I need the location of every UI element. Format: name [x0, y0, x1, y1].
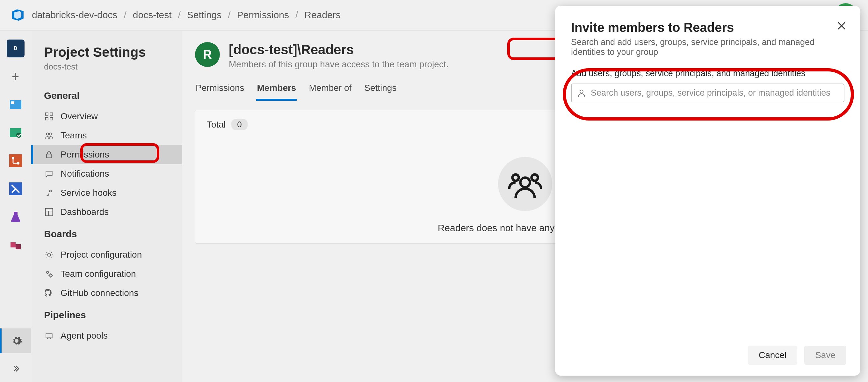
svg-point-19	[48, 253, 51, 256]
svg-rect-1	[11, 101, 14, 104]
sidebar-subtitle: docs-test	[31, 60, 182, 83]
svg-point-14	[46, 133, 49, 135]
total-label: Total	[207, 120, 226, 130]
invite-dialog: Invite members to Readers Search and add…	[555, 6, 860, 376]
rail-settings-icon[interactable]	[0, 328, 31, 353]
identity-search-field[interactable]	[571, 84, 844, 102]
svg-point-25	[513, 174, 519, 181]
sidebar-item-notifications[interactable]: Notifications	[31, 164, 182, 183]
rail-test-icon[interactable]	[7, 124, 25, 142]
identity-search-input[interactable]	[591, 88, 838, 98]
sidebar-item-overview[interactable]: Overview	[31, 107, 182, 126]
svg-rect-4	[9, 154, 22, 167]
svg-rect-13	[50, 117, 53, 120]
svg-point-20	[46, 271, 49, 273]
agent-icon	[44, 331, 54, 341]
svg-rect-11	[50, 113, 53, 115]
sidebar-item-permissions[interactable]: Permissions	[31, 145, 182, 164]
svg-rect-16	[46, 154, 52, 157]
sidebar-item-project-config[interactable]: Project configuration	[31, 245, 182, 264]
crumb-project[interactable]: docs-test	[133, 9, 172, 21]
total-count: 0	[231, 119, 247, 130]
sidebar-item-service-hooks[interactable]: Service hooks	[31, 183, 182, 203]
svg-point-24	[520, 178, 530, 187]
tab-members[interactable]: Members	[256, 80, 297, 101]
svg-point-21	[50, 274, 52, 277]
grid-icon	[44, 111, 54, 121]
svg-rect-18	[45, 209, 53, 216]
cancel-button[interactable]: Cancel	[748, 346, 797, 365]
crumb-perm[interactable]: Permissions	[237, 9, 289, 21]
section-general: General	[31, 83, 182, 107]
crumb-settings[interactable]: Settings	[187, 9, 221, 21]
svg-point-5	[12, 157, 14, 159]
gear-small-icon	[44, 250, 54, 260]
sidebar-item-github[interactable]: GitHub connections	[31, 284, 182, 303]
empty-members-icon	[498, 157, 552, 211]
svg-point-15	[50, 133, 52, 135]
save-button[interactable]: Save	[804, 346, 846, 365]
svg-rect-9	[16, 244, 21, 249]
group-avatar: R	[195, 42, 220, 67]
dialog-subtitle: Search and add users, groups, service pr…	[571, 37, 826, 57]
rail-artifacts-icon[interactable]	[7, 236, 25, 254]
github-icon	[44, 288, 54, 298]
rail-pipelines-icon[interactable]	[7, 180, 25, 198]
sidebar-item-label: Project configuration	[61, 250, 142, 260]
svg-point-26	[531, 174, 538, 181]
rail-repos-icon[interactable]	[7, 152, 25, 170]
tab-memberof[interactable]: Member of	[308, 80, 352, 101]
svg-rect-23	[48, 338, 51, 339]
rail-add-icon[interactable]: +	[7, 67, 25, 85]
sidebar-title: Project Settings	[31, 45, 182, 60]
sidebar-item-agent-pools[interactable]: Agent pools	[31, 326, 182, 345]
sidebar-item-label: Permissions	[61, 150, 109, 160]
dialog-field-label: Add users, groups, service principals, a…	[571, 68, 844, 79]
left-rail: D +	[0, 31, 31, 382]
sidebar-item-label: Team configuration	[61, 269, 136, 279]
breadcrumb: databricks-dev-docs/ docs-test/ Settings…	[32, 9, 341, 21]
person-icon	[578, 89, 586, 97]
rail-project-icon[interactable]: D	[7, 39, 25, 57]
svg-point-17	[51, 191, 52, 192]
rail-expand-icon[interactable]	[0, 359, 31, 378]
sidebar-item-dashboards[interactable]: Dashboards	[31, 203, 182, 222]
crumb-org[interactable]: databricks-dev-docs	[32, 9, 117, 21]
section-pipelines: Pipelines	[31, 303, 182, 326]
sidebar-item-teams[interactable]: Teams	[31, 126, 182, 145]
sidebar-item-label: Dashboards	[61, 207, 108, 217]
sidebar-item-label: Teams	[61, 130, 87, 141]
chat-icon	[44, 169, 54, 179]
lock-icon	[44, 150, 54, 160]
tab-settings[interactable]: Settings	[364, 80, 397, 101]
group-title: [docs-test]\Readers	[229, 42, 448, 57]
settings-sidebar: Project Settings docs-test General Overv…	[31, 31, 182, 382]
svg-point-27	[580, 90, 583, 93]
dialog-title: Invite members to Readers	[571, 21, 844, 35]
sidebar-item-label: Notifications	[61, 169, 109, 179]
team-icon	[44, 130, 54, 141]
svg-point-6	[17, 162, 20, 165]
section-boards: Boards	[31, 222, 182, 245]
sidebar-item-label: Overview	[61, 111, 98, 121]
sidebar-item-label: GitHub connections	[61, 288, 138, 298]
sidebar-item-label: Service hooks	[61, 188, 117, 198]
rail-boards-icon[interactable]	[7, 96, 25, 114]
rail-testplans-icon[interactable]	[7, 208, 25, 226]
team-gear-icon	[44, 269, 54, 279]
group-subtitle: Members of this group have access to the…	[229, 59, 448, 69]
svg-rect-12	[45, 117, 48, 120]
svg-rect-22	[46, 334, 52, 338]
tab-permissions[interactable]: Permissions	[195, 80, 245, 101]
svg-rect-8	[10, 242, 16, 247]
devops-logo-icon[interactable]	[9, 7, 26, 23]
dashboard-icon	[44, 207, 54, 217]
sidebar-item-label: Agent pools	[61, 331, 108, 341]
sidebar-item-team-config[interactable]: Team configuration	[31, 264, 182, 284]
hook-icon	[44, 188, 54, 198]
svg-rect-10	[45, 113, 48, 115]
close-icon[interactable]	[836, 20, 847, 32]
crumb-readers[interactable]: Readers	[304, 9, 340, 21]
